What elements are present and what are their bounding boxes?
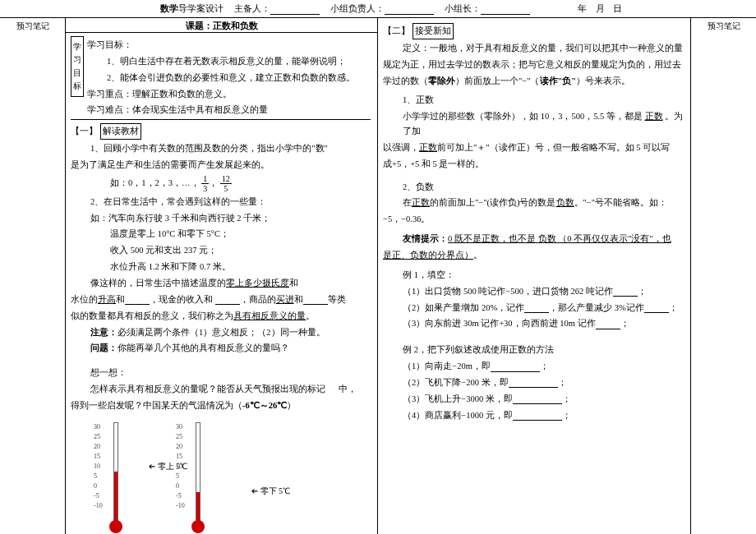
- sec2-p2: 以强调，正数前可加上"＋"（读作正）号，但一般省略不写。如 5 可以写: [383, 140, 684, 155]
- blank-ex2-4[interactable]: [513, 411, 562, 421]
- sec2-def3: 学过的数（零除外）前面放上一个"−"（读作"负"）号来表示。: [383, 74, 684, 89]
- header-subject: 数学: [160, 4, 178, 13]
- blank-ex1-2a[interactable]: [524, 303, 549, 313]
- sec2-p4: 在正数的前面加上"−"(读作负)号的数是负数。"−"号不能省略。如：: [383, 196, 684, 210]
- tip-label: 友情提示：: [403, 234, 448, 243]
- tip1b: 正数: [482, 234, 500, 243]
- sec2-def1: 定义：一般地，对于具有相反意义的量，我们可以把其中一种意义的量: [383, 41, 684, 56]
- sec2-p3: 成+5，+5 和 5 是一样的。: [383, 157, 684, 172]
- ex1-2a: （2）如果产量增加 20%，记作: [403, 303, 524, 312]
- group-leader-label: 小组负责人：: [330, 4, 385, 13]
- group-leader-blank[interactable]: [385, 5, 434, 15]
- tick: 5: [94, 472, 103, 481]
- tick: 10: [176, 462, 185, 472]
- sec1-p7: 水位升高 1.2 米和下降 0.7 米。: [71, 260, 371, 274]
- tick: -10: [176, 501, 185, 511]
- day-label: 日: [613, 4, 622, 13]
- sec1-p8b: 零上多少摄氏度: [226, 279, 289, 288]
- ex2-4-text: （4）商店赢利−1000 元，即: [403, 411, 513, 420]
- blank-ex2-2[interactable]: [509, 378, 558, 388]
- note-text: 必须满足两个条件（1）意义相反；（2）同一种量。: [118, 328, 325, 337]
- sec1-p1a: 1、回顾小学中有关数的范围及数的分类，指出小学中的"数": [71, 141, 371, 156]
- left-sidebar: 预习笔记: [0, 18, 66, 534]
- sec1-p9f: 买进: [276, 295, 294, 304]
- host-blank[interactable]: [270, 5, 320, 15]
- blank-ex1-2b[interactable]: [644, 303, 669, 313]
- blank-ex2-1[interactable]: [491, 362, 540, 372]
- ex2-label: 例 2，把下列叙述改成使用正数的方法: [383, 343, 684, 357]
- goal-difficulty: 学习难点：体会现实生活中具有相反意义的量: [87, 103, 371, 117]
- tick: -10: [94, 501, 103, 511]
- think-q3: 得到一些启发呢？中国某天的气温情况为（: [71, 401, 242, 410]
- sec1-p1b: 是为了满足生产和生活的需要而产生发展起来的。: [71, 158, 371, 173]
- sec1-p8: 像这样的，日常生活中描述温度的零上多少摄氏度和: [71, 276, 371, 291]
- p1a: 小学学过的那些数（零除外），如 10，3，500，5.5 等，都是: [403, 112, 643, 121]
- year-label: 年: [578, 4, 587, 13]
- tick: -5: [176, 491, 185, 501]
- sec1-p10a: 似的数量都具有相反的意义，我们称之为: [71, 311, 233, 320]
- ex1-2b: ，那么产量减少 3%记作: [549, 303, 644, 312]
- sec2-tip: 友情提示：0 既不是正数，也不是 负数 （0 不再仅仅表示"没有"，也: [383, 232, 684, 246]
- month-label: 月: [596, 4, 605, 13]
- f1-num: 1: [201, 174, 209, 184]
- ex1-3a: （3）向东前进 30m 记作+30，向西前进 10m 记作: [403, 319, 596, 328]
- sec1-note: 注意：必须满足两个条件（1）意义相反；（2）同一种量。: [71, 325, 371, 340]
- fraction-2: 125: [220, 174, 232, 193]
- right-sidebar: 预习笔记: [690, 18, 756, 534]
- think-q3-row: 得到一些启发呢？中国某天的气温情况为（-6℃～26℃）: [71, 398, 371, 413]
- sec1-p9d: ，现金的收入和: [150, 295, 213, 304]
- sec1-p10b: 具有相反意义的量: [233, 311, 306, 320]
- sec2-p5: −5，−0.36。: [383, 212, 684, 227]
- sec1-p2: 如：0，1，2，3，…， 13， 125: [71, 174, 371, 193]
- tick: 25: [94, 432, 103, 442]
- arrow-icon: ➔: [251, 484, 258, 498]
- team-leader-blank[interactable]: [481, 5, 530, 15]
- p2c: 前可加上"＋"（读作正）号，但一般省略不写。如 5 可以写: [437, 143, 670, 152]
- def3e: ）号来表示。: [576, 76, 630, 85]
- sec1-p10c: 。: [306, 311, 315, 320]
- ticks-left: 302520151050-5-10: [94, 422, 103, 511]
- tick: 15: [176, 452, 185, 462]
- goal-focus: 学习重点：理解正数和负数的意义。: [87, 87, 371, 102]
- goals-body: 学习目标： 1、明白生活中存在着无数表示相反意义的量，能举例说明； 2、能体会引…: [87, 38, 371, 117]
- ex1-1-text: （1）出口货物 500 吨记作−500，进口货物 262 吨记作: [403, 287, 613, 296]
- p2a: 以强调，: [383, 143, 419, 152]
- left-content: 学习目标 学习目标： 1、明白生活中存在着无数表示相反意义的量，能举例说明； 2…: [66, 33, 377, 534]
- bulb-left: [109, 520, 122, 533]
- tick: 30: [176, 422, 185, 432]
- blank-ex1-3[interactable]: [596, 320, 620, 329]
- think-q4: ）: [287, 401, 296, 410]
- blank-1[interactable]: [125, 295, 150, 305]
- f1-den: 3: [201, 184, 209, 193]
- sec2-tag-box: 接受新知: [413, 23, 454, 39]
- bulb-right: [191, 520, 205, 533]
- blank-ex1-1[interactable]: [613, 287, 638, 297]
- spacer: [71, 357, 371, 364]
- sec2-tag: 【二】: [383, 26, 410, 35]
- blank-2[interactable]: [215, 295, 240, 305]
- tip1a: 0 既不是: [448, 234, 482, 243]
- sec1-tag-box: 解读教材: [100, 123, 141, 140]
- tick: 20: [176, 442, 185, 452]
- sec1-head: 【一】 解读教材: [71, 123, 371, 140]
- tick: -5: [94, 491, 103, 501]
- label-right: ➔ 零下 5℃: [251, 484, 290, 498]
- p4a: 在: [403, 198, 412, 207]
- sec1-p8c: 和: [289, 279, 298, 288]
- header-title: 导学案设计: [178, 4, 224, 13]
- p4e: 。"−"号不能省略。如：: [574, 198, 668, 207]
- think-q: 怎样表示具有相反意义的量呢？能否从天气预报出现的标记 中，: [71, 382, 371, 397]
- sec1-p2-text: 如：0，1，2，3，…，: [110, 178, 200, 187]
- main-layout: 预习笔记 课题：正数和负数 学习目标 学习目标： 1、明白生活中存在着无数表示相…: [0, 18, 756, 534]
- sec2-p1: 小学学过的那些数（零除外），如 10，3，500，5.5 等，都是 正数 。为了…: [383, 109, 684, 139]
- sec1-p3: 2、在日常生活中，常会遇到这样的一些量：: [71, 195, 371, 209]
- blank-ex2-3[interactable]: [513, 394, 562, 404]
- tip2: 是正、负数的分界点）: [383, 251, 473, 260]
- goals-vert-label: 学习目标: [71, 36, 84, 97]
- blank-3[interactable]: [303, 295, 328, 305]
- thermometer-right: 302520151050-5-10: [169, 418, 227, 534]
- sec1-p10: 似的数量都具有相反的意义，我们称之为具有相反意义的量。: [71, 309, 371, 324]
- mercury-right: [196, 492, 200, 521]
- sec1-p9h: 等类: [328, 295, 346, 304]
- sec1-p8a: 像这样的，日常生活中描述温度的: [90, 279, 226, 288]
